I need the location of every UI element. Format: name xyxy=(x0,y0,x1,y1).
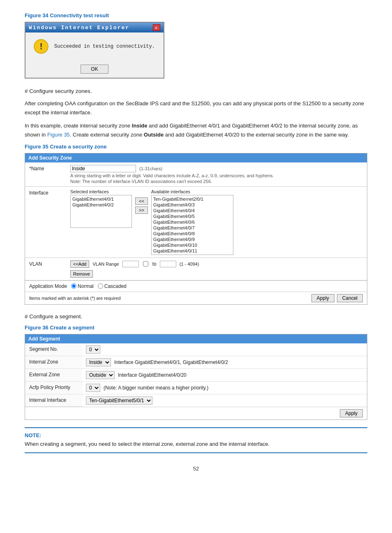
list-item: GigabitEthernet4/0/5 xyxy=(152,213,232,219)
seg-external-zone-label: External Zone xyxy=(25,369,83,382)
selected-label: Selected interfaces xyxy=(70,189,132,194)
list-item: GigabitEthernet4/0/4 xyxy=(152,208,232,213)
list-item: GigabitEthernet4/0/8 xyxy=(152,231,232,236)
seg-priority-select[interactable]: 0 xyxy=(86,384,100,392)
ie-ok-button[interactable]: OK xyxy=(81,65,108,74)
appmode-cascaded-label[interactable]: Cascaded xyxy=(98,283,127,289)
appmode-normal-text: Normal xyxy=(78,283,94,289)
footer-buttons: Apply Cancel xyxy=(311,294,363,302)
note-title: NOTE: xyxy=(25,432,367,438)
segment-apply-button[interactable]: Apply xyxy=(340,409,363,417)
seg-no-select[interactable]: 0 xyxy=(86,345,100,354)
configure-segment-heading: # Configure a segment. xyxy=(25,312,367,321)
appmode-row: Application Mode Normal Cascaded xyxy=(25,280,367,292)
note-text: When creating a segment, you need to sel… xyxy=(25,440,367,449)
interface-row: Interface Selected interfaces GigabitEth… xyxy=(25,187,367,258)
selected-interfaces-list[interactable]: GigabitEthernet4/0/1 GigabitEthernet4/0/… xyxy=(70,195,132,228)
ie-body: ! Succeeded in testing connectivity. xyxy=(25,32,164,60)
seg-internal-zone-label: Internal Zone xyxy=(25,356,83,369)
seg-iface-label: Internal Interface xyxy=(25,394,83,407)
ie-message: Succeeded in testing connectivity. xyxy=(54,44,155,49)
seg-priority-value: 0 (Note: A bigger number means a higher … xyxy=(83,382,367,394)
interface-label: Interface xyxy=(29,189,66,196)
available-interfaces-area: Available interfaces Ten-GigabitEthernet… xyxy=(151,189,233,255)
available-interfaces-list[interactable]: Ten-GigabitEthernet2/0/1 GigabitEthernet… xyxy=(151,195,233,255)
vlan-range-start[interactable] xyxy=(122,261,139,267)
list-item: GigabitEthernet4/0/11 xyxy=(152,248,232,254)
seg-no-label: Segment No. xyxy=(25,343,83,356)
vlan-range-label: VLAN Range xyxy=(92,262,119,266)
name-hint2: A string starting with a letter or digit… xyxy=(70,173,274,178)
seg-internal-zone-desc: Interface GigabitEthernet4/0/1, GigabitE… xyxy=(114,359,228,365)
ie-dialog: Windows Internet Explorer ✕ ! Succeeded … xyxy=(25,22,164,79)
seg-iface-value: Ten-GigabitEthernet5/0/1 xyxy=(83,394,367,407)
move-right-button[interactable]: >> xyxy=(135,206,148,214)
list-item: GigabitEthernet4/0/7 xyxy=(152,225,232,231)
list-item: GigabitEthernet4/0/9 xyxy=(152,236,232,242)
figure35-link[interactable]: Figure 35 xyxy=(47,132,70,138)
seg-no-value: 0 xyxy=(83,343,367,356)
svg-text:!: ! xyxy=(38,42,44,52)
name-hint1: (1-31chars) xyxy=(139,166,162,171)
note-box: NOTE: When creating a segment, you need … xyxy=(25,427,367,454)
list-item: GigabitEthernet4/0/2 xyxy=(71,202,131,208)
available-label: Available interfaces xyxy=(151,189,233,194)
seg-priority-label: Acfp Policy Priority xyxy=(25,382,83,394)
footer-note: Items marked with an asterisk (*) are re… xyxy=(29,296,121,301)
move-left-button[interactable]: << xyxy=(135,197,148,205)
vlan-to-label: to xyxy=(152,261,157,267)
vlan-range-note: (1 - 4094) xyxy=(180,262,199,266)
name-input[interactable] xyxy=(70,165,136,172)
interface-area: Selected interfaces GigabitEthernet4/0/1… xyxy=(70,189,233,255)
seg-internal-zone-value: Inside Interface GigabitEthernet4/0/1, G… xyxy=(83,356,367,369)
para2-post: and add GigabitEthernet 4/0/20 to the ex… xyxy=(164,132,349,138)
configure-zones-heading: # Configure security zones. xyxy=(25,87,367,96)
vlan-row: VLAN <<Add VLAN Range to (1 - 4094) Remo… xyxy=(25,258,367,280)
name-hint3: Note: The number of interface-VLAN ID as… xyxy=(70,179,274,184)
name-value-area: (1-31chars) A string starting with a let… xyxy=(70,165,274,184)
vlan-remove-button[interactable]: Remove xyxy=(70,270,93,278)
zone-cancel-button[interactable]: Cancel xyxy=(337,294,363,302)
vlan-label: VLAN xyxy=(29,260,66,267)
segment-box-title: Add Segment xyxy=(25,334,367,343)
seg-internal-zone-select[interactable]: Inside xyxy=(86,358,111,366)
seg-external-zone-select[interactable]: Outside xyxy=(86,371,115,379)
appmode-normal-radio[interactable] xyxy=(71,283,76,289)
add-segment-box: Add Segment Segment No. 0 Internal Zone … xyxy=(25,334,367,420)
add-security-zone-box: Add Security Zone *Name (1-31chars) A st… xyxy=(25,153,367,305)
zone-apply-button[interactable]: Apply xyxy=(311,294,334,302)
seg-external-zone-desc: Interface GigabitEthernet4/0/20 xyxy=(118,372,187,378)
list-item: GigabitEthernet4/0/3 xyxy=(152,202,232,208)
figure34-title: Figure 34 Connectivity test result xyxy=(25,12,367,19)
list-item: GigabitEthernet4/0/10 xyxy=(152,242,232,248)
appmode-normal-label[interactable]: Normal xyxy=(71,283,94,289)
segment-grid: Segment No. 0 Internal Zone Inside Inter… xyxy=(25,343,367,407)
vlan-to-checkbox[interactable] xyxy=(143,261,148,266)
ie-close-button[interactable]: ✕ xyxy=(153,24,160,31)
para2-bold2: Outside xyxy=(144,132,164,138)
seg-priority-desc: (Note: A bigger number means a higher pr… xyxy=(104,385,208,391)
seg-external-zone-value: Outside Interface GigabitEthernet4/0/20 xyxy=(83,369,367,382)
security-zone-box-title: Add Security Zone xyxy=(25,153,367,162)
vlan-add-button[interactable]: <<Add xyxy=(70,260,89,268)
iface-move-buttons: << >> xyxy=(135,197,148,214)
list-item: Ten-GigabitEthernet2/0/1 xyxy=(152,196,232,202)
configure-zones-para2: In this example, create internal securit… xyxy=(25,121,367,139)
para2-bold1: Inside xyxy=(132,123,148,129)
para2-mid2: . Create external security zone xyxy=(70,132,144,138)
figure36-title: Figure 36 Create a segment xyxy=(25,324,367,331)
segment-footer: Apply xyxy=(25,407,367,419)
name-label: *Name xyxy=(29,165,66,171)
appmode-cascaded-radio[interactable] xyxy=(98,283,103,289)
seg-iface-select[interactable]: Ten-GigabitEthernet5/0/1 xyxy=(86,396,152,405)
vlan-area: <<Add VLAN Range to (1 - 4094) Remove xyxy=(70,260,199,278)
zone-footer: Items marked with an asterisk (*) are re… xyxy=(25,292,367,304)
page-number: 52 xyxy=(25,466,367,472)
selected-interfaces-area: Selected interfaces GigabitEthernet4/0/1… xyxy=(70,189,132,228)
vlan-range-end[interactable] xyxy=(160,261,176,267)
figure35-title: Figure 35 Create a security zone xyxy=(25,144,367,150)
ie-footer: OK xyxy=(25,60,164,78)
ie-title-text: Windows Internet Explorer xyxy=(29,25,129,31)
para2-pre: In this example, create internal securit… xyxy=(25,123,132,129)
appmode-label: Application Mode xyxy=(29,283,67,289)
